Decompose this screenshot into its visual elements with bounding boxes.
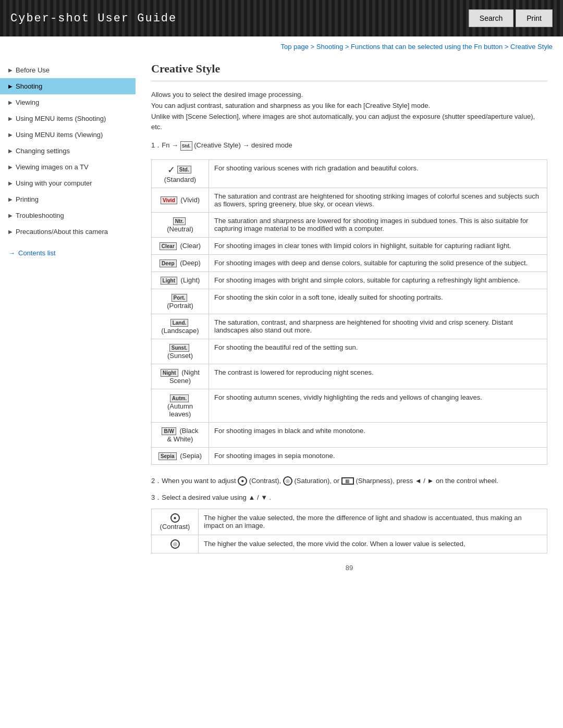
table-row: Deep (Deep) For shooting images with dee… [152, 255, 547, 272]
style-description: For shooting images with deep and dense … [209, 255, 547, 272]
arrow-icon: ▶ [8, 67, 13, 73]
table-row: Land. (Landscape) The saturation, contra… [152, 314, 547, 339]
table-row: Sunst. (Sunset) For shooting the beautif… [152, 339, 547, 364]
sidebar-item-precautions[interactable]: ▶ Precautions/About this camera [0, 224, 136, 240]
step2-text: 2．When you want to adjust ● (Contrast), … [151, 475, 547, 487]
style-description: For shooting images with bright and simp… [209, 272, 547, 289]
table-row: Vivid (Vivid) The saturation and contras… [152, 188, 547, 212]
style-description: The saturation, contrast, and sharpness … [209, 314, 547, 339]
style-badge-autumn: Autm. [170, 394, 189, 402]
arrow-icon: ▶ [8, 180, 13, 186]
bottom-icon-cell: ◎ [152, 535, 199, 553]
style-badge-std: Std. [177, 166, 191, 174]
bottom-description: The higher the value selected, the more … [199, 509, 547, 535]
print-button[interactable]: Print [516, 9, 553, 27]
header: Cyber-shot User Guide Search Print [0, 0, 563, 36]
table-row: Clear (Clear) For shooting images in cle… [152, 238, 547, 255]
table-row: ✓ Std. (Standard) For shooting various s… [152, 159, 547, 188]
style-icon-cell: Autm. (Autumnleaves) [152, 389, 209, 422]
style-badge-light: Light [161, 277, 177, 285]
main-layout: ▶ Before Use ▶ Shooting ▶ Viewing ▶ Usin… [0, 57, 563, 587]
style-icon-cell: B/W (Black& White) [152, 422, 209, 447]
style-icon-cell: Deep (Deep) [152, 255, 209, 272]
saturation-icon: ◎ [170, 539, 180, 549]
bottom-icon-cell: ● (Contrast) [152, 509, 199, 535]
contents-list-link[interactable]: Contents list [0, 244, 136, 262]
style-icon-cell: Clear (Clear) [152, 238, 209, 255]
style-icon-cell: Light (Light) [152, 272, 209, 289]
table-row: ◎ The higher the value selected, the mor… [152, 535, 547, 553]
breadcrumb: Top page > Shooting > Functions that can… [0, 36, 563, 57]
sidebar-item-menu-shooting[interactable]: ▶ Using MENU items (Shooting) [0, 110, 136, 127]
sidebar-item-before-use[interactable]: ▶ Before Use [0, 62, 136, 78]
table-row: Ntr. (Neutral) The saturation and sharpn… [152, 212, 547, 237]
checkmark-icon: ✓ [167, 165, 175, 175]
style-badge-neutral: Ntr. [173, 217, 186, 225]
intro-paragraph: Allows you to select the desired image p… [151, 90, 547, 133]
style-description: For shooting various scenes with rich gr… [209, 159, 547, 188]
page-number: 89 [151, 564, 547, 572]
step1-text: 1．Fn → Std. (Creative Style) → desired m… [151, 140, 547, 151]
table-row: Autm. (Autumnleaves) For shooting autumn… [152, 389, 547, 422]
style-icon-cell: Ntr. (Neutral) [152, 212, 209, 237]
style-icon-cell: Night (NightScene) [152, 364, 209, 389]
arrow-icon: ▶ [8, 196, 13, 202]
style-badge-landscape: Land. [170, 319, 189, 327]
breadcrumb-fn-functions[interactable]: Functions that can be selected using the… [351, 43, 503, 51]
table-row: Sepia (Sepia) For shooting images in sep… [152, 447, 547, 464]
style-badge-night: Night [161, 369, 178, 377]
search-button[interactable]: Search [469, 9, 513, 27]
style-badge-sunset: Sunst. [169, 344, 190, 352]
header-buttons: Search Print [469, 9, 553, 27]
sidebar: ▶ Before Use ▶ Shooting ▶ Viewing ▶ Usin… [0, 57, 136, 587]
breadcrumb-toppage[interactable]: Top page [280, 43, 309, 51]
sidebar-item-shooting[interactable]: ▶ Shooting [0, 78, 136, 94]
sidebar-item-printing[interactable]: ▶ Printing [0, 191, 136, 207]
saturation-icon: ◎ [283, 476, 292, 486]
style-badge-sepia: Sepia [158, 452, 177, 460]
style-icon-cell: ✓ Std. (Standard) [152, 159, 209, 188]
style-description: For shooting images in sepia monotone. [209, 447, 547, 464]
arrow-icon: ▶ [8, 100, 13, 105]
table-row: Light (Light) For shooting images with b… [152, 272, 547, 289]
style-description: The contrast is lowered for reproducing … [209, 364, 547, 389]
style-badge-deep: Deep [160, 260, 176, 267]
arrow-icon: ▶ [8, 83, 13, 89]
style-description: For shooting the skin color in a soft to… [209, 289, 547, 314]
contrast-icon: ● [238, 476, 247, 486]
sidebar-item-menu-viewing[interactable]: ▶ Using MENU items (Viewing) [0, 127, 136, 143]
style-description: The saturation and contrast are heighten… [209, 188, 547, 212]
style-icon-cell: Land. (Landscape) [152, 314, 209, 339]
style-description: For shooting images in black and white m… [209, 422, 547, 447]
arrow-icon: ▶ [8, 132, 13, 138]
style-icon-cell: Sunst. (Sunset) [152, 339, 209, 364]
sidebar-item-troubleshooting[interactable]: ▶ Troubleshooting [0, 207, 136, 224]
page-title: Creative Style [151, 62, 547, 81]
sharpness-icon: ▦ [341, 477, 354, 485]
style-badge-clear: Clear [160, 242, 177, 250]
style-badge-bw: B/W [162, 427, 176, 435]
std-icon: Std. [180, 141, 192, 151]
arrow-icon: ▶ [8, 148, 13, 154]
app-title: Cyber-shot User Guide [10, 12, 177, 25]
bottom-table: ● (Contrast) The higher the value select… [151, 509, 547, 553]
breadcrumb-creative-style[interactable]: Creative Style [510, 43, 553, 51]
content-area: Creative Style Allows you to select the … [136, 57, 563, 587]
sidebar-item-viewing-tv[interactable]: ▶ Viewing images on a TV [0, 159, 136, 175]
arrow-icon: ▶ [8, 229, 13, 235]
styles-table: ✓ Std. (Standard) For shooting various s… [151, 159, 547, 465]
table-row: Port. (Portrait) For shooting the skin c… [152, 289, 547, 314]
table-row: B/W (Black& White) For shooting images i… [152, 422, 547, 447]
sidebar-item-computer[interactable]: ▶ Using with your computer [0, 175, 136, 191]
table-row: ● (Contrast) The higher the value select… [152, 509, 547, 535]
style-icon-cell: Vivid (Vivid) [152, 188, 209, 212]
sidebar-item-viewing[interactable]: ▶ Viewing [0, 94, 136, 110]
style-icon-cell: Sepia (Sepia) [152, 447, 209, 464]
style-badge-portrait: Port. [172, 294, 188, 302]
bottom-description: The higher the value selected, the more … [199, 535, 547, 553]
arrow-icon: ▶ [8, 116, 13, 121]
style-badge-vivid: Vivid [161, 196, 177, 204]
sidebar-item-changing-settings[interactable]: ▶ Changing settings [0, 143, 136, 159]
breadcrumb-shooting[interactable]: Shooting [316, 43, 343, 51]
contrast-icon: ● [170, 513, 180, 523]
